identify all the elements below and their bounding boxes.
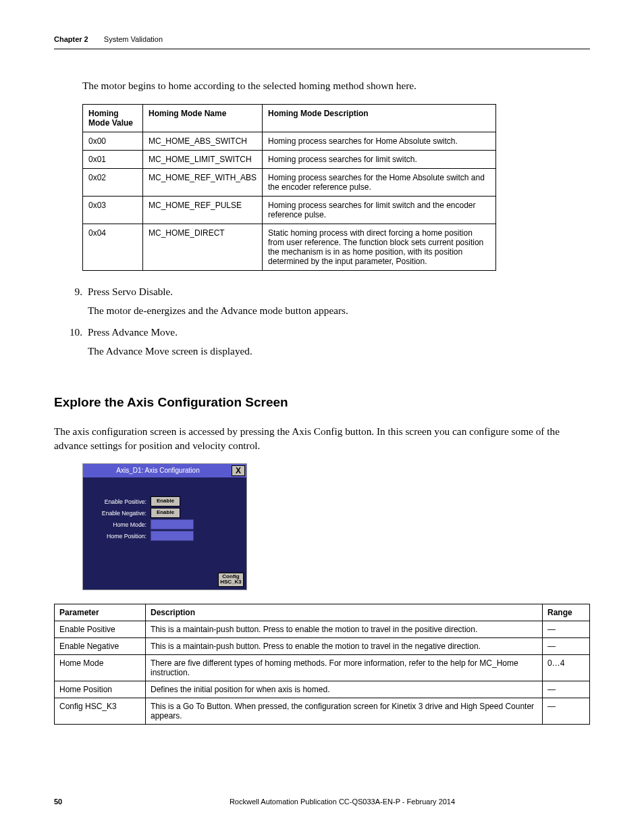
enable-negative-button[interactable]: Enable [151, 508, 180, 518]
home-mode-field[interactable] [151, 519, 194, 529]
window-titlebar: Axis_D1: Axis Configuration X [83, 464, 246, 477]
table-row: Enable PositiveThis is a maintain-push b… [55, 621, 590, 638]
config-btn-line1: Config [222, 573, 239, 579]
axis-config-screenshot: Axis_D1: Axis Configuration X Enable Pos… [82, 463, 247, 590]
config-btn-line2: HSC_K3 [220, 579, 242, 585]
chapter-label: Chapter 2 [54, 35, 88, 43]
section-label: System Validation [104, 35, 163, 43]
config-hsc-k3-button[interactable]: Config HSC_K3 [218, 573, 244, 588]
table-row: 0x03MC_HOME_REF_PULSEHoming process sear… [83, 197, 496, 224]
label-enable-negative: Enable Negative: [91, 510, 151, 517]
section-heading: Explore the Axis Configuration Screen [54, 395, 590, 410]
th-description: Description [146, 604, 543, 621]
step-10: 10. Press Advance Move. The Advance Move… [63, 326, 590, 363]
parameter-table: Parameter Description Range Enable Posit… [54, 604, 590, 725]
step-line: The motor de-energizes and the Advance m… [88, 305, 348, 317]
table-row: Home PositionDefines the initial positio… [55, 681, 590, 698]
th-homing-value: Homing Mode Value [83, 105, 143, 132]
homing-mode-table: Homing Mode Value Homing Mode Name Homin… [82, 104, 496, 271]
step-line: Press Advance Move. [88, 326, 252, 338]
table-row: Enable NegativeThis is a maintain-push b… [55, 638, 590, 655]
table-row: 0x02MC_HOME_REF_WITH_ABSHoming process s… [83, 169, 496, 197]
close-icon[interactable]: X [232, 465, 245, 476]
running-header: Chapter 2 System Validation [54, 35, 590, 49]
label-enable-positive: Enable Positive: [91, 498, 151, 505]
label-home-position: Home Position: [91, 533, 151, 540]
th-homing-desc: Homing Mode Description [263, 105, 496, 132]
home-position-field[interactable] [151, 531, 194, 541]
table-row: 0x04MC_HOME_DIRECTStatic homing process … [83, 224, 496, 271]
intro-paragraph: The motor begins to home according to th… [82, 80, 590, 92]
page-number: 50 [54, 798, 95, 806]
enable-positive-button[interactable]: Enable [151, 496, 180, 506]
step-line: The Advance Move screen is displayed. [88, 345, 252, 357]
table-row: Home ModeThere are five different types … [55, 655, 590, 681]
step-number: 9. [63, 286, 82, 322]
th-parameter: Parameter [55, 604, 146, 621]
table-row: 0x00MC_HOME_ABS_SWITCHHoming process sea… [83, 132, 496, 151]
body-paragraph: The axis configuration screen is accesse… [54, 425, 590, 452]
publication-info: Rockwell Automation Publication CC-QS033… [95, 798, 590, 806]
step-line: Press Servo Disable. [88, 286, 348, 298]
th-range: Range [543, 604, 590, 621]
table-row: 0x01MC_HOME_LIMIT_SWITCHHoming process s… [83, 151, 496, 169]
step-9: 9. Press Servo Disable. The motor de-ene… [63, 286, 590, 322]
th-homing-name: Homing Mode Name [143, 105, 263, 132]
page-footer: 50 Rockwell Automation Publication CC-QS… [54, 798, 590, 806]
table-row: Config HSC_K3This is a Go To Button. Whe… [55, 698, 590, 725]
label-home-mode: Home Mode: [91, 521, 151, 528]
window-title: Axis_D1: Axis Configuration [84, 465, 232, 476]
step-number: 10. [63, 326, 82, 363]
